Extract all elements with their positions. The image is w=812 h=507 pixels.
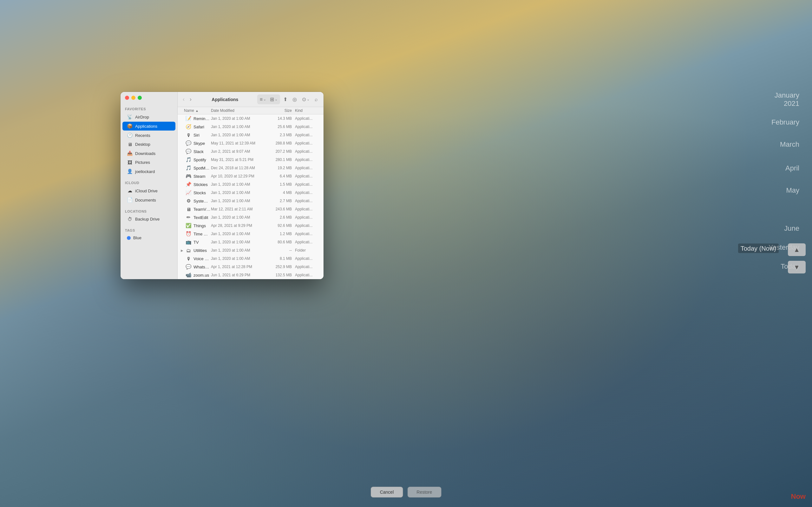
sidebar-item-downloads[interactable]: 📥 Downloads (122, 149, 175, 158)
file-kind: Applicati... (292, 240, 320, 244)
window-title: Applications (195, 97, 255, 102)
sidebar-item-backup-drive[interactable]: ⏱ Backup Drive (122, 215, 175, 223)
cancel-button[interactable]: Cancel (371, 487, 403, 498)
file-row[interactable]: 📺 TV Jan 1, 2020 at 1:00 AM 80.6 MB Appl… (177, 238, 323, 246)
col-header-size[interactable]: Size (266, 108, 292, 113)
col-header-name[interactable]: Name ▲ (184, 108, 211, 113)
file-kind: Applicati... (292, 273, 320, 277)
file-name: Voice Memos (194, 257, 211, 261)
restore-button[interactable]: Restore (407, 487, 441, 498)
file-row[interactable]: 🎵 Spotify May 31, 2021 at 5:21 PM 280.1 … (177, 156, 323, 164)
timeline-january: January 2021 (774, 89, 806, 110)
file-date: Jun 2, 2021 at 9:07 AM (211, 149, 266, 154)
file-row[interactable]: ⚙ System Preferences Jan 1, 2020 at 1:00… (177, 197, 323, 205)
sidebar-label-airdrop: AirDrop (135, 115, 149, 119)
file-row[interactable]: 💬 Slack Jun 2, 2021 at 9:07 AM 207.2 MB … (177, 147, 323, 156)
file-row[interactable]: 📈 Stocks Jan 1, 2020 at 1:00 AM 4 MB App… (177, 188, 323, 197)
downloads-icon: 📥 (127, 151, 133, 156)
timeline-nav-up[interactable]: ▲ (788, 243, 806, 256)
list-view-button[interactable]: ≡ ⌄ (258, 95, 268, 104)
file-row[interactable]: 🧭 Safari Jan 1, 2020 at 1:00 AM 25.6 MB … (177, 123, 323, 131)
search-button[interactable]: ⌕ (313, 95, 320, 104)
file-date: Jan 1, 2020 at 1:00 AM (211, 182, 266, 187)
file-icon: 💬 (185, 264, 192, 270)
file-kind: Applicati... (292, 190, 320, 195)
file-kind: Folder (292, 248, 320, 252)
file-row[interactable]: ✏ TextEdit Jan 1, 2020 at 1:00 AM 2.6 MB… (177, 213, 323, 222)
sidebar-item-blue-tag[interactable]: Blue (122, 234, 175, 242)
file-size: 280.1 MB (266, 158, 292, 162)
file-row[interactable]: 📝 Reminders Jan 1, 2020 at 1:00 AM 14.3 … (177, 114, 323, 123)
sidebar-item-joellockard[interactable]: 👤 joellockard (122, 167, 175, 176)
file-row[interactable]: 📹 zoom.us Jun 1, 2021 at 6:29 PM 132.5 M… (177, 271, 323, 279)
sidebar-label-icloud-drive: iCloud Drive (135, 188, 158, 193)
file-row[interactable]: ▶ 🗂 Utilities Jan 1, 2020 at 1:00 AM -- … (177, 246, 323, 255)
grid-view-chevron: ⌄ (275, 97, 277, 101)
file-row[interactable]: 🎙 Siri Jan 1, 2020 at 1:00 AM 2.3 MB App… (177, 131, 323, 139)
share-button[interactable]: ⬆ (281, 95, 289, 104)
sidebar-item-applications[interactable]: 📦 Applications (122, 122, 175, 130)
file-date: Jun 1, 2021 at 6:29 PM (211, 273, 266, 277)
sidebar-item-recents[interactable]: 🕐 Recents (122, 131, 175, 140)
file-size: 8.1 MB (266, 257, 292, 261)
sidebar-item-desktop[interactable]: 🖥 Desktop (122, 140, 175, 149)
sidebar-item-documents[interactable]: 📄 Documents (122, 195, 175, 205)
file-icon: 🎙 (185, 132, 192, 138)
file-size: 2.3 MB (266, 133, 292, 137)
close-button[interactable] (125, 96, 129, 100)
file-row[interactable]: 🖥 TeamViewer Mar 12, 2021 at 2:11 AM 243… (177, 205, 323, 213)
sidebar-item-pictures[interactable]: 🖼 Pictures (122, 158, 175, 167)
file-name: Safari (194, 124, 211, 129)
file-date: Jan 1, 2020 at 1:00 AM (211, 190, 266, 195)
finder-main-content: ‹ › Applications ≡ ⌄ ⊞ ⌄ ⬆ (177, 92, 323, 279)
file-row[interactable]: 🎮 Steam Apr 10, 2020 at 12:29 PM 6.4 MB … (177, 172, 323, 180)
file-icon: ✏ (185, 214, 192, 221)
file-kind: Applicati... (292, 215, 320, 220)
file-name: Siri (194, 133, 211, 137)
file-icon: 🎵 (185, 165, 192, 171)
file-date: Jan 1, 2020 at 1:00 AM (211, 116, 266, 121)
timeline-nav-down[interactable]: ▼ (788, 261, 806, 274)
col-header-kind[interactable]: Kind (292, 108, 320, 113)
grid-view-button[interactable]: ⊞ ⌄ (268, 95, 280, 104)
minimize-button[interactable] (131, 96, 136, 100)
file-row[interactable]: 💬 WhatsApp Apr 1, 2021 at 12:28 PM 252.9… (177, 263, 323, 271)
file-date: Jan 1, 2020 at 1:00 AM (211, 133, 266, 137)
col-header-date[interactable]: Date Modified (211, 108, 266, 113)
file-icon: 📈 (185, 189, 192, 196)
file-row[interactable]: 📌 Stickies Jan 1, 2020 at 1:00 AM 1.5 MB… (177, 180, 323, 188)
maximize-button[interactable] (138, 96, 142, 100)
file-icon: 🗂 (185, 247, 192, 253)
file-date: Jan 1, 2020 at 1:00 AM (211, 257, 266, 261)
icloud-drive-icon: ☁ (127, 188, 133, 193)
back-button[interactable]: ‹ (182, 95, 186, 103)
action-button[interactable]: ⊙ ⌄ (300, 95, 311, 104)
documents-icon: 📄 (127, 197, 133, 203)
action-chevron: ⌄ (307, 97, 310, 101)
tag-button[interactable]: ◎ (291, 95, 299, 104)
file-kind: Applicati... (292, 166, 320, 170)
file-icon: 🎮 (185, 173, 192, 179)
file-icon: 🎵 (185, 157, 192, 163)
sidebar-label-downloads: Downloads (135, 151, 155, 156)
file-row[interactable]: 🎵 SpotMenu Dec 24, 2018 at 11:28 AM 19.2… (177, 164, 323, 172)
view-options-group: ≡ ⌄ ⊞ ⌄ (257, 95, 280, 104)
file-name: Things (194, 223, 211, 228)
tag-icon: ◎ (293, 96, 297, 102)
file-size: 80.6 MB (266, 240, 292, 244)
user-icon: 👤 (127, 169, 133, 174)
file-name: Slack (194, 149, 211, 154)
recents-icon: 🕐 (127, 132, 133, 138)
file-kind: Applicati... (292, 207, 320, 211)
file-row[interactable]: ⏰ Time Machine Jan 1, 2020 at 1:00 AM 1.… (177, 230, 323, 238)
pictures-icon: 🖼 (127, 160, 133, 165)
timeline-february: February (771, 116, 806, 129)
file-row[interactable]: ✅ Things Apr 28, 2021 at 9:29 PM 92.6 MB… (177, 222, 323, 230)
forward-button[interactable]: › (189, 95, 193, 103)
file-row[interactable]: 🎙 Voice Memos Jan 1, 2020 at 1:00 AM 8.1… (177, 255, 323, 263)
toolbar-actions: ≡ ⌄ ⊞ ⌄ ⬆ ◎ ⊙ ⌄ (257, 95, 320, 104)
file-size: 2.6 MB (266, 215, 292, 220)
sidebar-item-airdrop[interactable]: 📡 AirDrop (122, 112, 175, 121)
file-row[interactable]: 💬 Skype May 11, 2021 at 12:39 AM 288.8 M… (177, 139, 323, 147)
sidebar-item-icloud-drive[interactable]: ☁ iCloud Drive (122, 186, 175, 195)
